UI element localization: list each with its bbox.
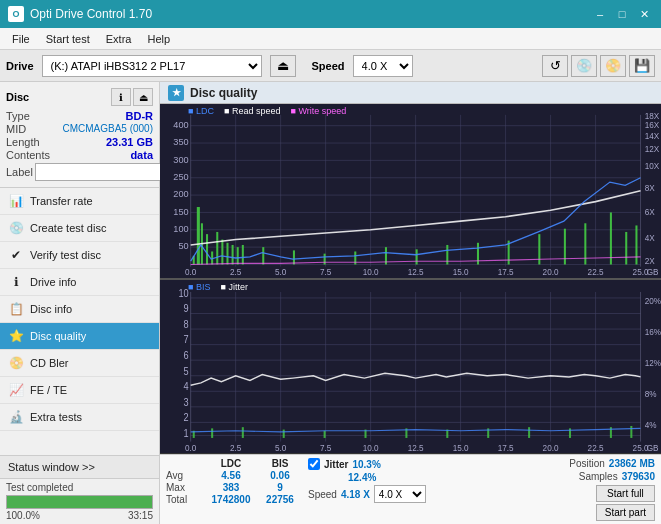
minimize-button[interactable]: – [591,5,609,23]
legend-jitter: ■ Jitter [220,282,247,292]
svg-text:150: 150 [173,205,188,216]
drive-select[interactable]: (K:) ATAPI iHBS312 2 PL17 [42,55,262,77]
svg-text:2.5: 2.5 [230,267,242,277]
sidebar-item-disc-info[interactable]: 📋 Disc info [0,296,159,323]
jitter-max-row: 12.4% [308,472,426,483]
stats-avg-ldc: 4.56 [206,470,256,481]
disc-label-key: Label [6,166,33,178]
transfer-rate-label: Transfer rate [30,195,93,207]
cd-bler-icon: 📀 [8,355,24,371]
svg-text:9: 9 [184,302,190,314]
stats-header-ldc: LDC [206,458,256,469]
jitter-checkbox[interactable] [308,458,320,470]
svg-text:250: 250 [173,171,188,182]
speed-select-stats[interactable]: 4.0 X [374,485,426,503]
title-bar-left: O Opti Drive Control 1.70 [8,6,152,22]
jitter-label: Jitter [324,459,348,470]
svg-rect-59 [216,232,218,265]
sidebar-item-transfer-rate[interactable]: 📊 Transfer rate [0,188,159,215]
position-label: Position [569,458,605,469]
disc-mid-key: MID [6,123,26,135]
svg-text:12.5: 12.5 [408,442,424,453]
fe-te-icon: 📈 [8,382,24,398]
menu-extra[interactable]: Extra [98,31,140,47]
svg-text:200: 200 [173,188,188,199]
svg-text:16%: 16% [645,326,661,337]
close-button[interactable]: ✕ [635,5,653,23]
extra-tests-icon: 🔬 [8,409,24,425]
disc-title: Disc [6,91,29,103]
stats-avg-row: Avg 4.56 0.06 [166,470,300,481]
stats-total-label: Total [166,494,202,505]
svg-text:50: 50 [178,240,188,251]
samples-row: Samples 379630 [579,471,655,482]
svg-text:7: 7 [184,333,190,345]
svg-rect-115 [242,427,244,438]
svg-text:10.0: 10.0 [363,267,379,277]
toolbar-disc2[interactable]: 📀 [600,55,626,77]
menu-help[interactable]: Help [139,31,178,47]
bottom-chart: ■ BIS ■ Jitter [160,280,661,455]
svg-rect-58 [206,234,208,264]
sidebar-item-cd-bler[interactable]: 📀 CD Bler [0,350,159,377]
disc-type-key: Type [6,110,30,122]
stats-total-bis: 22756 [260,494,300,505]
svg-rect-55 [635,225,637,264]
svg-text:10X: 10X [645,161,660,171]
jitter-row: Jitter 10.3% [308,458,426,470]
app-icon: O [8,6,24,22]
start-full-button[interactable]: Start full [596,485,655,502]
disc-type-row: Type BD-R [6,110,153,122]
disc-contents-value: data [130,149,153,161]
maximize-button[interactable]: □ [613,5,631,23]
disc-quality-header: ★ Disc quality [160,82,661,104]
menu-file[interactable]: File [4,31,38,47]
sidebar-item-create-test-disc[interactable]: 💿 Create test disc [0,215,159,242]
sidebar-item-extra-tests[interactable]: 🔬 Extra tests [0,404,159,431]
sidebar: Disc ℹ ⏏ Type BD-R MID CMCMAGBA5 (000) L… [0,82,160,524]
sidebar-item-drive-info[interactable]: ℹ Drive info [0,269,159,296]
svg-rect-53 [610,212,612,264]
disc-contents-key: Contents [6,149,50,161]
svg-text:5: 5 [184,364,190,376]
toolbar-disc1[interactable]: 💿 [571,55,597,77]
top-chart: ■ LDC ■ Read speed ■ Write speed [160,104,661,280]
title-bar-controls: – □ ✕ [591,5,653,23]
toolbar-refresh[interactable]: ↺ [542,55,568,77]
svg-text:8: 8 [184,318,190,330]
svg-text:1: 1 [184,427,190,439]
legend-read-speed: ■ Read speed [224,106,280,116]
svg-rect-41 [262,247,264,264]
status-window[interactable]: Status window >> [0,455,159,478]
disc-label-input[interactable] [35,163,168,181]
bottom-chart-svg: 10 9 8 7 6 5 4 3 2 1 20% 16% 12% 8% 4% [160,280,661,454]
eject-button[interactable]: ⏏ [270,55,296,77]
disc-icon-eject[interactable]: ⏏ [133,88,153,106]
svg-text:7.5: 7.5 [320,267,332,277]
toolbar-save[interactable]: 💾 [629,55,655,77]
samples-value: 379630 [622,471,655,482]
svg-text:15.0: 15.0 [453,442,469,453]
disc-mid-value: CMCMAGBA5 (000) [62,123,153,135]
sidebar-item-fe-te[interactable]: 📈 FE / TE [0,377,159,404]
drive-label: Drive [6,60,34,72]
disc-info-icon: 📋 [8,301,24,317]
top-chart-svg: 400 350 300 250 200 150 100 50 18X 16X 1… [160,104,661,278]
svg-text:12X: 12X [645,143,660,153]
disc-section: Disc ℹ ⏏ Type BD-R MID CMCMAGBA5 (000) L… [0,82,159,188]
svg-text:20.0: 20.0 [543,267,559,277]
speed-select[interactable]: 4.0 X [353,55,413,77]
legend-ldc: ■ LDC [188,106,214,116]
menu-start-test[interactable]: Start test [38,31,98,47]
start-part-button[interactable]: Start part [596,504,655,521]
sidebar-item-verify-test-disc[interactable]: ✔ Verify test disc [0,242,159,269]
nav-list: 📊 Transfer rate 💿 Create test disc ✔ Ver… [0,188,159,455]
menu-bar: File Start test Extra Help [0,28,661,50]
app-title: Opti Drive Control 1.70 [30,7,152,21]
position-section: Position 23862 MB Samples 379630 [569,458,655,482]
svg-rect-63 [237,247,239,264]
disc-quality-title: Disc quality [190,86,257,100]
sidebar-item-disc-quality[interactable]: ⭐ Disc quality [0,323,159,350]
svg-rect-125 [630,425,632,437]
disc-icon-info[interactable]: ℹ [111,88,131,106]
